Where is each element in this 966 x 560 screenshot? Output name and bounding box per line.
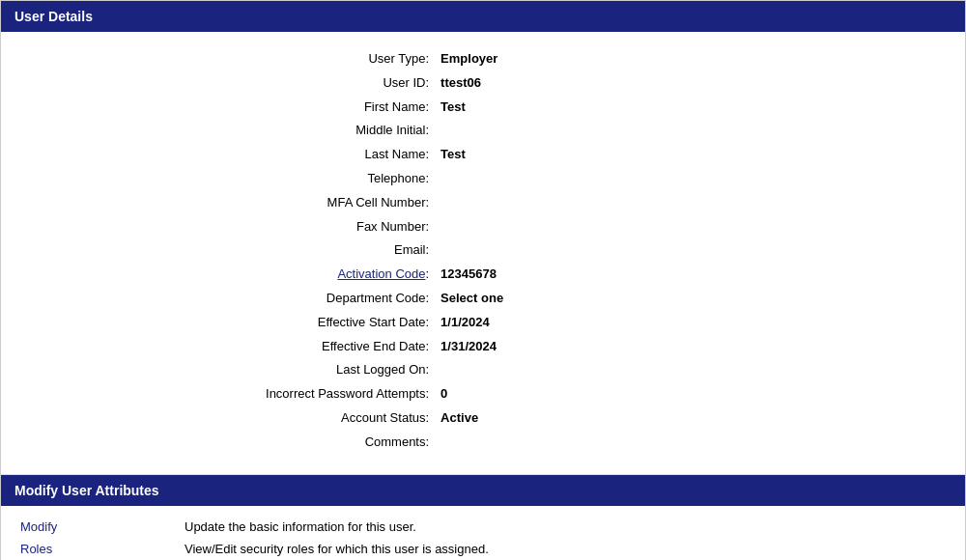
detail-value — [437, 358, 946, 382]
detail-value: Select one — [437, 287, 946, 311]
detail-value — [437, 215, 946, 239]
detail-row: User ID:ttest06 — [20, 71, 946, 96]
detail-label: Incorrect Password Attempts: — [20, 382, 437, 406]
detail-row: Fax Number: — [20, 215, 946, 239]
detail-value — [437, 431, 946, 455]
detail-value: 1/1/2024 — [437, 311, 946, 335]
page-wrapper: User Details User Type:EmployerUser ID:t… — [0, 0, 966, 560]
modify-link[interactable]: Roles — [20, 542, 185, 556]
detail-label: Last Logged On: — [20, 358, 437, 382]
detail-label: Comments: — [20, 431, 437, 455]
detail-label: Middle Initial: — [20, 119, 437, 143]
detail-row: Department Code:Select one — [20, 287, 946, 311]
detail-row: Middle Initial: — [20, 119, 946, 143]
modify-link[interactable]: Modify — [20, 519, 185, 534]
detail-label: User ID: — [20, 71, 437, 96]
detail-label: Telephone: — [20, 167, 437, 191]
detail-row: Activation Code:12345678 — [20, 263, 946, 287]
activation-code-link[interactable]: Activation Code — [337, 266, 425, 281]
detail-row: Incorrect Password Attempts:0 — [20, 382, 946, 406]
detail-label: First Name: — [20, 96, 437, 120]
detail-label: Fax Number: — [20, 215, 437, 239]
modify-description: View/Edit security roles for which this … — [185, 542, 946, 556]
detail-row: Telephone: — [20, 167, 946, 191]
detail-value: 1/31/2024 — [437, 335, 946, 359]
detail-label: Effective End Date: — [20, 335, 437, 359]
detail-row: User Type:Employer — [20, 47, 946, 71]
detail-value — [437, 167, 946, 191]
detail-value: ttest06 — [437, 71, 946, 96]
detail-value: Active — [437, 406, 946, 431]
detail-label: Department Code: — [20, 287, 437, 311]
detail-label: Effective Start Date: — [20, 311, 437, 335]
detail-value — [437, 191, 946, 215]
detail-label: Activation Code: — [20, 263, 437, 287]
detail-value: Test — [437, 96, 946, 120]
detail-value — [437, 119, 946, 143]
modify-row: ModifyUpdate the basic information for t… — [20, 516, 946, 538]
detail-row: Email: — [20, 238, 946, 263]
detail-row: Last Logged On: — [20, 358, 946, 382]
user-details-header: User Details — [1, 1, 965, 32]
detail-value: 12345678 — [437, 263, 946, 287]
detail-value: Employer — [437, 47, 946, 71]
detail-label: Email: — [20, 238, 437, 263]
modify-row: RolesView/Edit security roles for which … — [20, 538, 946, 560]
detail-label: Account Status: — [20, 406, 437, 431]
detail-value: Test — [437, 143, 946, 167]
detail-row: Last Name:Test — [20, 143, 946, 167]
detail-row: First Name:Test — [20, 96, 946, 120]
detail-label: MFA Cell Number: — [20, 191, 437, 215]
detail-value — [437, 238, 946, 263]
detail-value: 0 — [437, 382, 946, 406]
detail-row: Effective Start Date:1/1/2024 — [20, 311, 946, 335]
detail-row: Effective End Date:1/31/2024 — [20, 335, 946, 359]
detail-label: Last Name: — [20, 143, 437, 167]
user-details-section: User Type:EmployerUser ID:ttest06First N… — [1, 32, 965, 475]
detail-label: User Type: — [20, 47, 437, 71]
modify-description: Update the basic information for this us… — [185, 519, 946, 534]
detail-row: MFA Cell Number: — [20, 191, 946, 215]
detail-row: Account Status:Active — [20, 406, 946, 431]
modify-content: ModifyUpdate the basic information for t… — [1, 506, 965, 560]
detail-table: User Type:EmployerUser ID:ttest06First N… — [20, 47, 946, 455]
modify-attributes-header: Modify User Attributes — [1, 475, 965, 506]
detail-row: Comments: — [20, 431, 946, 455]
